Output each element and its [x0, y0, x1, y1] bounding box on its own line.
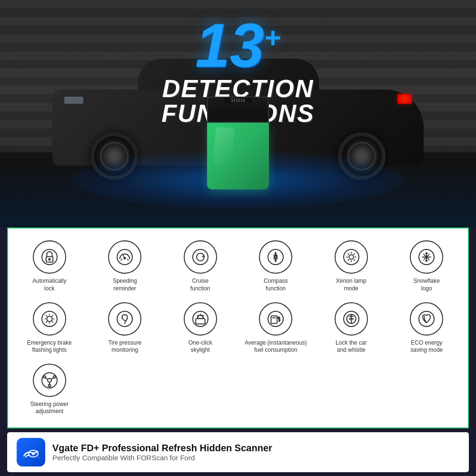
svg-rect-44 [196, 318, 205, 324]
svg-line-37 [52, 315, 53, 316]
cruise-label: Cruisefunction [190, 278, 210, 292]
speeding-label: Speedingreminder [113, 278, 137, 292]
auto-lock-icon [33, 240, 66, 274]
svg-point-40 [117, 311, 132, 327]
lock-whistle-label: Lock the carand whistle [336, 339, 367, 354]
eco-label: ECO energysaving mode [410, 339, 443, 354]
svg-point-5 [193, 249, 208, 265]
fuel-label: Average (instantaneous)fuel consumption [245, 339, 307, 354]
feature-xenon: Xenon lampmode [315, 238, 388, 295]
plus-sign: + [264, 21, 281, 54]
svg-point-61 [53, 376, 56, 378]
bottom-banner: Vgate FD+ Professional Refresh Hidden Sc… [7, 432, 469, 472]
feature-skylight: One-clickskylight [164, 300, 237, 357]
emergency-icon [33, 302, 66, 336]
compass-icon [259, 240, 292, 274]
emergency-label: Emergency brakeflashing lights [27, 339, 72, 354]
cruise-icon [184, 240, 217, 274]
svg-line-19 [348, 259, 349, 260]
svg-line-39 [52, 321, 53, 322]
svg-line-36 [46, 315, 47, 316]
banner-text-group: Vgate FD+ Professional Refresh Hidden Sc… [52, 443, 272, 462]
feature-steering: Steering poweradjustment [13, 361, 86, 418]
skylight-icon [184, 302, 217, 336]
skylight-label: One-clickskylight [188, 339, 212, 354]
tire-label: Tire pressuremonitoring [108, 339, 141, 354]
svg-point-4 [124, 258, 126, 259]
feature-cruise: Cruisefunction [164, 238, 237, 295]
number-display: 13 [195, 14, 264, 76]
top-section: 13+ DETECTION FUNCTIONS [0, 0, 476, 228]
lock-whistle-icon [335, 302, 368, 336]
svg-point-31 [47, 316, 52, 321]
svg-point-56 [48, 378, 51, 382]
banner-subtitle: Perfectly Compatible With FORScan for Fo… [52, 454, 272, 462]
svg-point-54 [419, 311, 434, 327]
fuel-icon [259, 302, 292, 336]
feature-emergency: Emergency brakeflashing lights [13, 300, 86, 357]
svg-point-60 [43, 376, 46, 378]
svg-line-38 [46, 321, 47, 322]
auto-lock-label: Automaticallylock [32, 278, 66, 292]
svg-point-55 [42, 373, 57, 388]
compass-label: Compassfunction [264, 278, 288, 292]
svg-point-62 [48, 385, 50, 387]
feature-tire: Tire pressuremonitoring [89, 300, 162, 357]
svg-rect-48 [271, 316, 278, 323]
svg-point-30 [42, 311, 57, 327]
feature-speeding: Speedingreminder [89, 238, 162, 295]
svg-line-42 [121, 317, 123, 318]
svg-point-11 [344, 249, 359, 265]
app-icon [17, 438, 45, 466]
steering-icon [33, 364, 66, 397]
xenon-icon [335, 240, 368, 274]
feature-fuel: Average (instantaneous)fuel consumption [239, 300, 313, 357]
features-grid: Automaticallylock Speedingreminder [7, 228, 469, 428]
main-container: 13+ DETECTION FUNCTIONS [0, 0, 476, 476]
svg-line-18 [354, 254, 355, 255]
svg-point-12 [349, 255, 354, 260]
svg-line-17 [348, 254, 349, 255]
feature-auto-lock: Automaticallylock [13, 238, 86, 295]
obd-device [207, 97, 269, 189]
svg-point-10 [275, 256, 277, 258]
tire-icon [108, 302, 141, 336]
svg-line-41 [124, 320, 126, 321]
svg-rect-45 [198, 315, 203, 318]
svg-point-47 [268, 311, 283, 327]
feature-snowflake: Snowflakelogo [390, 238, 464, 295]
svg-point-2 [49, 259, 50, 260]
snowflake-icon [410, 240, 443, 274]
snowflake-label: Snowflakelogo [414, 278, 440, 292]
feature-lock-whistle: Lock the carand whistle [315, 300, 388, 357]
banner-title: Vgate FD+ Professional Refresh Hidden Sc… [52, 443, 272, 454]
xenon-label: Xenon lampmode [336, 278, 367, 292]
feature-eco: ECO energysaving mode [390, 300, 464, 357]
feature-compass: Compassfunction [239, 238, 313, 295]
speeding-icon [108, 240, 141, 274]
eco-icon [410, 302, 443, 336]
svg-line-20 [354, 259, 355, 260]
steering-label: Steering poweradjustment [30, 401, 69, 416]
